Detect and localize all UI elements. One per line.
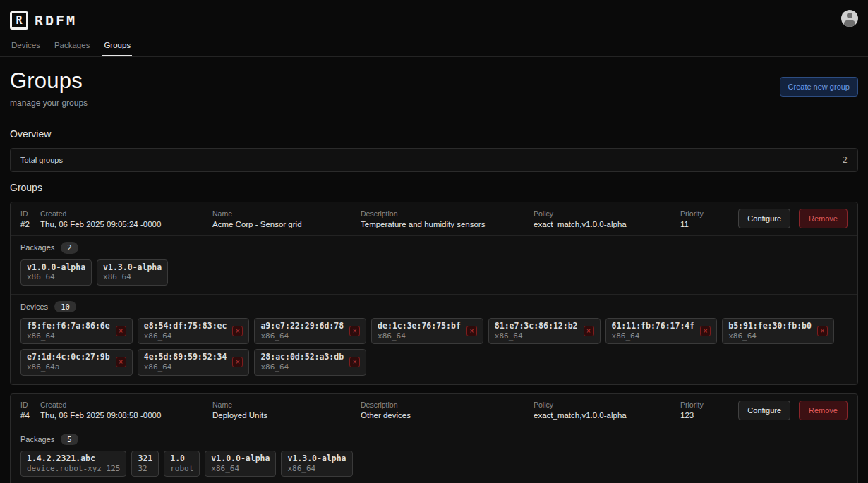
user-avatar[interactable] [841,10,858,27]
app-header: R RDFM Devices Packages Groups [0,0,868,57]
device-chip-text: e8:54:df:75:83:ec x86_64 [144,321,227,341]
package-chip: 321 32 [131,451,159,477]
device-chip-text: 61:11:fb:76:17:4f x86_64 [612,321,695,341]
package-version: 1.0 [170,453,193,463]
package-arch: x86_64 [287,464,346,474]
package-chip-text: v1.0.0-alpha x86_64 [27,262,85,282]
nav-item-packages[interactable]: Packages [53,38,92,56]
device-arch: x86_64 [260,362,344,372]
package-chip-text: 1.0 robot [170,453,193,473]
group-id-field: ID #4 [20,401,40,420]
group-id-label: ID [20,401,40,409]
device-chip-text: e7:1d:4c:0c:27:9b x86_64a [27,352,110,372]
package-arch: device.robot-xyz 125 [27,464,120,474]
group-policy-field: Policy exact_match,v1.0.0-alpha [534,401,680,420]
device-mac: b5:91:fe:30:fb:b0 [728,321,812,331]
device-arch: x86_64 [378,331,461,341]
device-mac: 28:ac:0d:52:a3:db [260,352,344,362]
remove-device-icon[interactable]: × [232,326,243,336]
group-description-field: Description Other devices [361,401,534,420]
configure-button[interactable]: Configure [738,209,790,228]
device-chip-text: a9:e7:22:29:6d:78 x86_64 [260,321,344,341]
nav-item-devices[interactable]: Devices [10,38,42,56]
package-version: v1.0.0-alpha [27,262,85,272]
group-created-label: Created [40,209,212,218]
group-policy-label: Policy [534,401,680,409]
configure-button[interactable]: Configure [738,401,790,420]
package-chip: v1.0.0-alpha x86_64 [205,451,276,477]
group-policy-value: exact_match,v1.0.0-alpha [534,411,680,420]
remove-device-icon[interactable]: × [349,357,360,367]
device-mac: e8:54:df:75:83:ec [144,321,227,331]
packages-count-badge: 5 [61,434,78,446]
logo: R RDFM [10,10,858,31]
group-id-value: #2 [20,220,40,228]
remove-device-icon[interactable]: × [584,326,594,336]
group-created-value: Thu, 06 Feb 2025 09:08:58 -0000 [40,411,212,420]
group-description-field: Description Temperature and humidity sen… [361,209,534,228]
group-priority-field: Priority 123 [680,401,738,420]
nav-item-groups[interactable]: Groups [102,38,132,56]
group-name-label: Name [212,401,361,409]
logo-text: RDFM [35,12,77,29]
device-arch: x86_64 [144,362,227,372]
total-groups-label: Total groups [20,156,63,164]
device-arch: x86_64 [144,331,227,341]
group-priority-label: Priority [680,209,738,218]
package-arch: x86_64 [27,272,85,282]
page-subtitle: manage your groups [10,98,858,108]
group-priority-label: Priority [680,401,738,409]
group-id-value: #4 [20,411,40,420]
package-chip: 1.0 robot [164,451,200,477]
overview-heading: Overview [0,118,868,148]
device-chip: f5:fe:f6:7a:86:6e x86_64 × [20,318,133,344]
remove-group-button[interactable]: Remove [799,209,848,228]
package-chip: 1.4.2.2321.abc device.robot-xyz 125 [20,451,126,477]
devices-chips: f5:fe:f6:7a:86:6e x86_64 × e8:54:df:75:8… [20,318,848,375]
device-chip: 28:ac:0d:52:a3:db x86_64 × [254,349,366,375]
package-arch: x86_64 [211,464,270,474]
group-header-row: ID #4 Created Thu, 06 Feb 2025 09:08:58 … [11,394,857,427]
package-chip-text: v1.3.0-alpha x86_64 [287,453,346,473]
device-mac: f5:fe:f6:7a:86:6e [27,321,110,331]
rdfm-logo-icon: R [10,11,28,30]
group-card: ID #4 Created Thu, 06 Feb 2025 09:08:58 … [10,393,858,483]
packages-count-badge: 2 [61,242,78,254]
group-created-field: Created Thu, 06 Feb 2025 09:05:24 -0000 [40,209,212,228]
devices-section-head: Devices 10 [20,301,848,313]
remove-device-icon[interactable]: × [232,357,243,367]
remove-device-icon[interactable]: × [817,326,828,336]
group-description-value: Temperature and humidity sensors [361,220,534,228]
package-chip: v1.0.0-alpha x86_64 [20,259,92,286]
group-created-label: Created [40,401,212,409]
create-new-group-button[interactable]: Create new group [780,77,858,97]
remove-device-icon[interactable]: × [700,326,711,336]
package-version: 1.4.2.2321.abc [27,453,120,463]
remove-group-button[interactable]: Remove [799,401,848,420]
device-mac: 81:e7:3c:86:12:b2 [495,321,578,331]
group-priority-value: 123 [680,411,738,420]
group-header-row: ID #2 Created Thu, 06 Feb 2025 09:05:24 … [11,202,857,236]
device-arch: x86_64a [27,362,110,372]
remove-device-icon[interactable]: × [349,326,360,336]
remove-device-icon[interactable]: × [116,326,126,336]
group-name-value: Acme Corp - Sensor grid [212,220,361,228]
device-mac: e7:1d:4c:0c:27:9b [27,352,110,362]
remove-device-icon[interactable]: × [116,357,126,367]
remove-device-icon[interactable]: × [466,326,477,336]
avatar-person-icon [844,20,855,27]
package-version: v1.3.0-alpha [103,262,162,272]
device-mac: de:1c:3e:76:75:bf [378,321,461,331]
device-arch: x86_64 [728,331,812,341]
package-arch: 32 [138,464,152,474]
package-version: 321 [138,453,152,463]
devices-label: Devices [20,302,48,311]
device-mac: 61:11:fb:76:17:4f [612,321,695,331]
device-chip: b5:91:fe:30:fb:b0 x86_64 × [722,318,834,344]
packages-section: Packages 5 1.4.2.2321.abc device.robot-x… [11,427,857,483]
groups-heading: Groups [0,172,868,202]
device-chip: e7:1d:4c:0c:27:9b x86_64a × [20,349,133,375]
group-policy-label: Policy [534,209,680,218]
device-chip: 4e:5d:89:59:52:34 x86_64 × [138,349,250,375]
packages-chips: 1.4.2.2321.abc device.robot-xyz 125 321 … [20,451,848,477]
